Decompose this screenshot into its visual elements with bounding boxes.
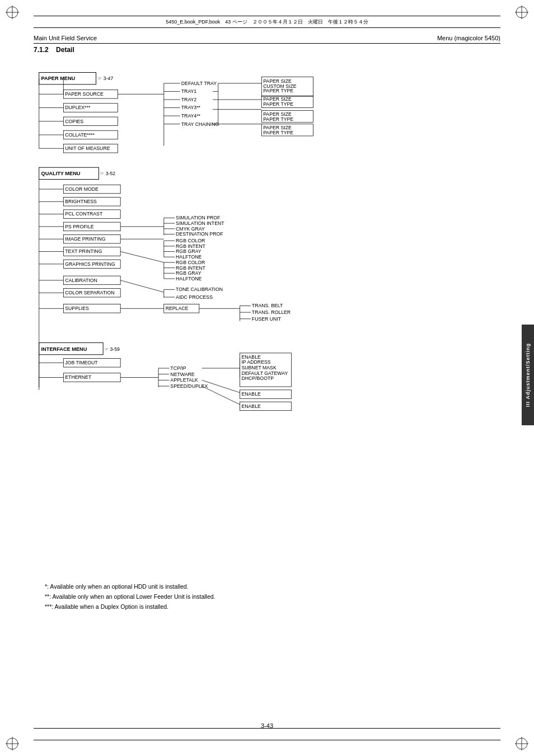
svg-text:IMAGE PRINTING: IMAGE PRINTING	[65, 236, 105, 242]
page-header: Main Unit Field Service Menu (magicolor …	[34, 35, 500, 44]
svg-line-180	[202, 386, 240, 405]
svg-text:RGB COLOR: RGB COLOR	[176, 238, 205, 243]
svg-text:TRAY3**: TRAY3**	[181, 105, 201, 110]
svg-text:TRAY2: TRAY2	[181, 97, 197, 102]
svg-text:AIDC PROCESS: AIDC PROCESS	[176, 294, 213, 300]
svg-text:RGB COLOR: RGB COLOR	[176, 260, 205, 265]
svg-text:ETHERNET: ETHERNET	[65, 374, 92, 380]
svg-text:RGB GRAY: RGB GRAY	[176, 270, 202, 276]
svg-text:INTERFACE MENU: INTERFACE MENU	[41, 346, 87, 352]
svg-text:RGB GRAY: RGB GRAY	[176, 248, 202, 254]
section-heading: 7.1.2 Detail	[34, 46, 74, 54]
svg-text:TRAY1: TRAY1	[181, 88, 197, 94]
svg-text:PS PROFILE: PS PROFILE	[65, 224, 94, 229]
svg-text:PAPER TYPE: PAPER TYPE	[263, 116, 293, 122]
svg-text:COLOR MODE: COLOR MODE	[65, 186, 99, 192]
svg-text:SIMULATION INTENT: SIMULATION INTENT	[176, 220, 224, 226]
svg-text:COLOR SEPARATION: COLOR SEPARATION	[65, 290, 114, 295]
svg-text:COPIES: COPIES	[65, 119, 83, 124]
svg-text:COLLATE****: COLLATE****	[65, 132, 95, 138]
header-right: Menu (magicolor 5450)	[437, 35, 500, 41]
svg-text:DEFAULT GATEWAY: DEFAULT GATEWAY	[241, 370, 288, 376]
svg-text:HALFTONE: HALFTONE	[176, 276, 202, 281]
diagram-area: PAPER MENU ☞ 3-47 PAPER SOURCE DUPLEX***…	[34, 60, 500, 497]
svg-text:ENABLE: ENABLE	[241, 391, 261, 397]
svg-text:PAPER SOURCE: PAPER SOURCE	[65, 91, 104, 97]
svg-text:GRAPHICS PRINTING: GRAPHICS PRINTING	[65, 261, 115, 267]
svg-text:☞  3-52: ☞ 3-52	[100, 171, 115, 176]
svg-text:TEXT PRINTING: TEXT PRINTING	[65, 248, 102, 254]
svg-text:QUALITY MENU: QUALITY MENU	[41, 171, 81, 176]
svg-text:ENABLE: ENABLE	[241, 403, 261, 409]
svg-text:PAPER TYPE: PAPER TYPE	[263, 88, 293, 93]
svg-text:TRANS. ROLLER: TRANS. ROLLER	[252, 309, 291, 315]
svg-text:DEFAULT TRAY: DEFAULT TRAY	[181, 81, 217, 86]
top-bar-text: 5450_E.book_PDF.book 43 ページ ２００５年４月１２日 火…	[166, 18, 368, 26]
svg-text:JOB TIMEOUT: JOB TIMEOUT	[65, 360, 98, 365]
header-left: Main Unit Field Service	[34, 35, 97, 41]
svg-text:PCL CONTRAST: PCL CONTRAST	[65, 212, 103, 217]
svg-text:SPEED/DUPLEX: SPEED/DUPLEX	[170, 383, 208, 389]
footnote-2: **: Available only when an optional Lowe…	[45, 592, 216, 602]
svg-text:RGB INTENT: RGB INTENT	[176, 243, 205, 249]
svg-line-132	[120, 280, 164, 292]
svg-text:IP ADDRESS: IP ADDRESS	[241, 359, 270, 365]
top-bar: 5450_E.book_PDF.book 43 ページ ２００５年４月１２日 火…	[34, 16, 500, 28]
svg-line-122	[120, 252, 164, 262]
svg-text:TRAY4**: TRAY4**	[181, 113, 201, 119]
footnote-3: ***: Available when a Duplex Option is i…	[45, 602, 216, 612]
svg-text:SIMULATION PROF: SIMULATION PROF	[176, 215, 220, 220]
svg-text:TONE CALIBRATION: TONE CALIBRATION	[176, 287, 223, 292]
svg-text:SUBNET MASK: SUBNET MASK	[241, 365, 277, 370]
svg-text:CMYK GRAY: CMYK GRAY	[176, 226, 205, 232]
svg-text:DHCP/BOOTP: DHCP/BOOTP	[241, 375, 274, 381]
svg-text:☞  3-59: ☞ 3-59	[104, 346, 120, 352]
svg-text:TCP/IP: TCP/IP	[170, 365, 186, 371]
svg-text:DESTINATION PROF: DESTINATION PROF	[176, 231, 223, 237]
svg-text:BRIGHTNESS: BRIGHTNESS	[65, 199, 97, 204]
svg-text:ENABLE: ENABLE	[241, 354, 261, 360]
bottom-bar	[34, 728, 500, 740]
section-number: 7.1.2	[34, 46, 49, 54]
svg-text:TRANS. BELT: TRANS. BELT	[252, 303, 283, 308]
section-title: Detail	[56, 46, 74, 54]
svg-text:PAPER TYPE: PAPER TYPE	[263, 101, 293, 107]
footnotes: *: Available only when an optional HDD u…	[45, 582, 216, 612]
svg-text:HALFTONE: HALFTONE	[176, 254, 202, 260]
svg-text:PAPER MENU: PAPER MENU	[41, 76, 76, 81]
footnote-1: *: Available only when an optional HDD u…	[45, 582, 216, 592]
svg-text:FUSER UNIT: FUSER UNIT	[252, 316, 282, 322]
svg-text:REPLACE: REPLACE	[166, 306, 189, 311]
svg-text:DUPLEX***: DUPLEX***	[65, 105, 91, 110]
svg-text:SUPPLIES: SUPPLIES	[65, 306, 89, 311]
svg-text:NETWARE: NETWARE	[170, 372, 194, 377]
svg-text:PAPER TYPE: PAPER TYPE	[263, 130, 293, 135]
svg-text:UNIT OF MEASURE: UNIT OF MEASURE	[65, 145, 110, 151]
side-tab: III Adjustment/Setting	[522, 325, 534, 425]
svg-text:APPLETALK: APPLETALK	[170, 377, 198, 383]
svg-text:RGB INTENT: RGB INTENT	[176, 265, 205, 271]
side-tab-text: III Adjustment/Setting	[525, 343, 531, 407]
svg-text:CALIBRATION: CALIBRATION	[65, 278, 97, 283]
svg-text:☞  3-47: ☞ 3-47	[97, 76, 113, 81]
